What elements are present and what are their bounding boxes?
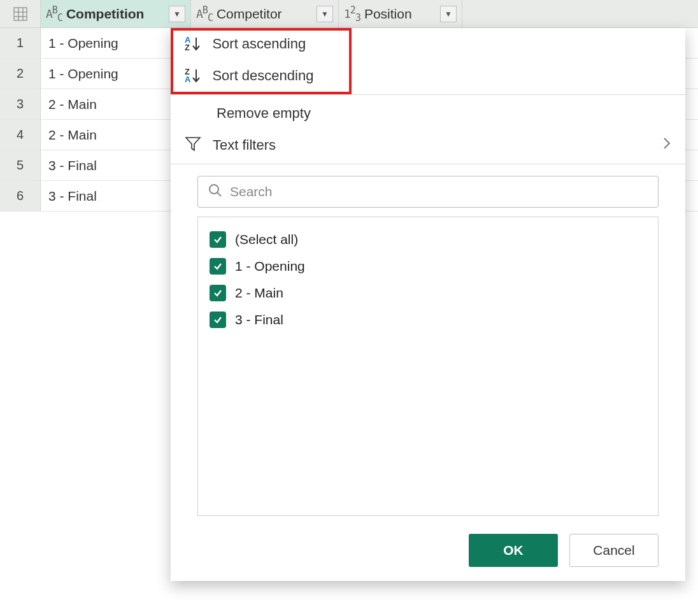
filter-value-item[interactable]: 2 - Main bbox=[210, 280, 646, 306]
row-number[interactable]: 1 bbox=[0, 28, 41, 58]
cell-competition[interactable]: 1 - Opening bbox=[41, 59, 191, 89]
filter-values-list[interactable]: (Select all) 1 - Opening 2 - Main 3 - Fi… bbox=[197, 217, 659, 516]
header-row: ABC Competition ▼ ABC Competitor ▼ 123 P… bbox=[0, 0, 698, 28]
cell-competition[interactable]: 1 - Opening bbox=[41, 28, 191, 58]
sort-desc-icon: ZA bbox=[185, 68, 201, 83]
menu-label: Sort descending bbox=[212, 68, 313, 84]
sort-descending-item[interactable]: ZA Sort descending bbox=[171, 60, 685, 92]
button-label: OK bbox=[503, 543, 524, 558]
text-type-icon: ABC bbox=[46, 4, 62, 24]
svg-rect-0 bbox=[14, 8, 27, 20]
text-filters-item[interactable]: Text filters bbox=[171, 129, 685, 161]
column-header-competition[interactable]: ABC Competition ▼ bbox=[41, 0, 191, 27]
checkbox-checked-icon[interactable] bbox=[210, 258, 226, 275]
column-filter-menu: AZ Sort ascending ZA Sort descending Rem… bbox=[171, 28, 685, 581]
checkbox-checked-icon[interactable] bbox=[210, 231, 226, 248]
svg-marker-7 bbox=[186, 138, 200, 150]
column-name: Position bbox=[364, 6, 412, 22]
cell-competition[interactable]: 3 - Final bbox=[41, 181, 191, 211]
filter-label: 1 - Opening bbox=[235, 259, 305, 274]
sort-ascending-item[interactable]: AZ Sort ascending bbox=[171, 28, 685, 60]
button-label: Cancel bbox=[593, 543, 634, 558]
search-input[interactable]: Search bbox=[197, 176, 659, 208]
menu-label: Text filters bbox=[213, 137, 276, 154]
row-number[interactable]: 4 bbox=[0, 120, 41, 150]
menu-separator bbox=[171, 164, 685, 164]
svg-line-9 bbox=[217, 192, 221, 196]
cell-competition[interactable]: 2 - Main bbox=[41, 89, 191, 119]
column-name: Competition bbox=[66, 6, 144, 22]
table-icon bbox=[13, 7, 27, 21]
remove-empty-item[interactable]: Remove empty bbox=[171, 97, 685, 129]
filter-value-item[interactable]: 3 - Final bbox=[210, 306, 646, 333]
column-header-position[interactable]: 123 Position ▼ bbox=[339, 0, 462, 27]
column-header-competitor[interactable]: ABC Competitor ▼ bbox=[191, 0, 339, 27]
row-number[interactable]: 2 bbox=[0, 59, 41, 89]
checkbox-checked-icon[interactable] bbox=[210, 312, 226, 328]
chevron-right-icon bbox=[662, 136, 671, 154]
filter-dropdown-button[interactable]: ▼ bbox=[317, 6, 333, 22]
filter-dropdown-button[interactable]: ▼ bbox=[440, 6, 457, 22]
search-placeholder: Search bbox=[230, 184, 273, 199]
filter-select-all[interactable]: (Select all) bbox=[210, 226, 646, 253]
number-type-icon: 123 bbox=[344, 4, 360, 24]
ok-button[interactable]: OK bbox=[469, 534, 558, 567]
row-number[interactable]: 6 bbox=[0, 181, 41, 211]
funnel-icon bbox=[185, 135, 201, 155]
cell-competition[interactable]: 3 - Final bbox=[41, 150, 191, 180]
filter-label: 2 - Main bbox=[235, 285, 283, 301]
cell-competition[interactable]: 2 - Main bbox=[41, 120, 191, 150]
select-all-corner[interactable] bbox=[0, 0, 41, 27]
row-number[interactable]: 5 bbox=[0, 150, 41, 180]
menu-label: Remove empty bbox=[217, 105, 311, 122]
search-container: Search bbox=[197, 176, 659, 208]
row-number[interactable]: 3 bbox=[0, 89, 41, 119]
svg-point-8 bbox=[210, 185, 218, 194]
checkbox-checked-icon[interactable] bbox=[210, 285, 226, 301]
dialog-buttons: OK Cancel bbox=[171, 516, 685, 567]
cancel-button[interactable]: Cancel bbox=[569, 534, 659, 567]
search-icon bbox=[208, 183, 222, 201]
filter-label: 3 - Final bbox=[235, 312, 283, 327]
column-name: Competitor bbox=[217, 6, 282, 22]
menu-separator bbox=[171, 94, 685, 95]
menu-label: Sort ascending bbox=[212, 36, 306, 52]
filter-label: (Select all) bbox=[235, 232, 298, 247]
filter-value-item[interactable]: 1 - Opening bbox=[210, 253, 646, 280]
sort-asc-icon: AZ bbox=[185, 36, 201, 52]
filter-dropdown-button[interactable]: ▼ bbox=[169, 6, 185, 22]
text-type-icon: ABC bbox=[196, 4, 213, 24]
